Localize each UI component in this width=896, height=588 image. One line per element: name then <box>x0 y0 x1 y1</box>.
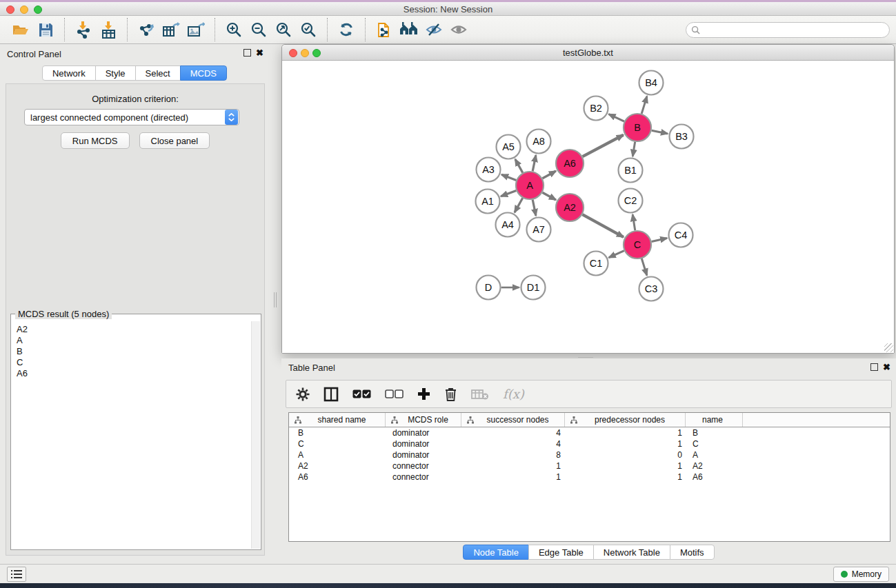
optimization-criterion-select[interactable]: largest connected component (directed) <box>24 109 239 125</box>
close-panel-icon[interactable]: ✖ <box>256 49 263 57</box>
run-mcds-button[interactable]: Run MCDS <box>61 132 130 149</box>
mcds-result-item[interactable]: B <box>17 346 251 357</box>
import-table-button[interactable] <box>96 18 121 41</box>
node-A2[interactable]: A2 <box>556 194 584 221</box>
close-table-panel-icon[interactable]: ✖ <box>883 363 890 371</box>
edge-A-A4[interactable] <box>515 198 523 212</box>
edge-A2-C[interactable] <box>582 214 623 237</box>
node-D1[interactable]: D1 <box>521 276 546 300</box>
float-table-panel-icon[interactable] <box>870 363 878 371</box>
edge-B-B4[interactable] <box>641 97 647 114</box>
column-header-predecessor-nodes[interactable]: predecessor nodes <box>565 413 686 427</box>
memory-button[interactable]: Memory <box>833 567 889 582</box>
tab-style[interactable]: Style <box>95 65 136 81</box>
edge-C-C1[interactable] <box>609 251 624 258</box>
close-panel-button[interactable]: Close panel <box>139 132 210 149</box>
edge-B-B2[interactable] <box>609 114 624 121</box>
mcds-result-item[interactable]: A2 <box>17 324 251 335</box>
vertical-splitter-handle[interactable] <box>272 292 278 307</box>
node-B4[interactable]: B4 <box>639 71 664 95</box>
table-row[interactable]: A6connector11A6 <box>289 472 890 483</box>
tab-motifs[interactable]: Motifs <box>670 545 715 560</box>
tab-edge-table[interactable]: Edge Table <box>528 545 594 560</box>
node-C3[interactable]: C3 <box>639 277 664 301</box>
search-field[interactable] <box>686 22 890 38</box>
select-all-columns-button[interactable] <box>352 384 371 405</box>
edge-B-B3[interactable] <box>652 130 668 134</box>
tab-network[interactable]: Network <box>42 65 96 81</box>
float-panel-icon[interactable] <box>243 49 251 57</box>
export-table-button[interactable] <box>159 18 183 41</box>
tab-mcds[interactable]: MCDS <box>180 65 227 81</box>
tab-select[interactable]: Select <box>135 65 181 81</box>
resize-grip[interactable] <box>884 343 893 352</box>
node-B[interactable]: B <box>624 114 651 141</box>
edge-A-A8[interactable] <box>532 155 536 171</box>
node-A8[interactable]: A8 <box>527 130 551 154</box>
node-table[interactable]: shared nameMCDS rolesuccessor nodesprede… <box>288 412 890 542</box>
edge-A-A1[interactable] <box>501 190 516 196</box>
export-network-button[interactable] <box>134 18 159 41</box>
node-B3[interactable]: B3 <box>670 125 694 149</box>
node-B1[interactable]: B1 <box>619 159 643 183</box>
edge-A-A5[interactable] <box>515 159 523 173</box>
refresh-button[interactable] <box>334 18 359 41</box>
zoom-out-button[interactable] <box>246 18 271 41</box>
import-network-button[interactable] <box>71 18 96 41</box>
edge-B-B1[interactable] <box>633 142 635 156</box>
edge-C-C2[interactable] <box>633 214 635 230</box>
edge-A6-B[interactable] <box>583 135 624 156</box>
zoom-in-button[interactable] <box>221 18 246 41</box>
edge-A-A6[interactable] <box>542 171 555 179</box>
table-row[interactable]: Bdominator41B <box>289 427 890 438</box>
mcds-result-item[interactable]: A <box>17 335 251 346</box>
node-C1[interactable]: C1 <box>584 252 608 276</box>
mcds-result-list[interactable]: A2ABCA6 <box>12 321 251 549</box>
node-A4[interactable]: A4 <box>496 213 520 237</box>
zoom-selected-button[interactable] <box>296 18 321 41</box>
table-row[interactable]: Adominator80A <box>289 449 890 460</box>
create-column-button[interactable] <box>417 384 430 405</box>
save-session-button[interactable] <box>33 18 58 41</box>
edge-A-A7[interactable] <box>532 200 536 216</box>
node-B2[interactable]: B2 <box>584 97 608 121</box>
tab-network-table[interactable]: Network Table <box>593 545 670 560</box>
zoom-fit-button[interactable] <box>271 18 296 41</box>
export-image-button[interactable] <box>183 18 208 41</box>
mcds-list-scrollbar[interactable] <box>251 321 260 549</box>
apply-preferred-layout-button[interactable] <box>397 18 421 41</box>
table-settings-button[interactable] <box>296 384 310 405</box>
hide-selected-button[interactable] <box>421 18 446 41</box>
node-A1[interactable]: A1 <box>476 190 500 214</box>
network-canvas[interactable]: AA1A2A3A4A5A6A7A8BB1B2B3B4CC1C2C3C4DD1 <box>282 61 894 353</box>
column-header-successor-nodes[interactable]: successor nodes <box>461 413 565 427</box>
new-network-from-selection-button[interactable] <box>372 18 397 41</box>
node-A7[interactable]: A7 <box>527 218 551 242</box>
node-A5[interactable]: A5 <box>497 135 521 159</box>
edge-A-A3[interactable] <box>501 174 516 180</box>
open-session-button[interactable] <box>8 18 33 41</box>
deselect-all-columns-button[interactable] <box>385 384 404 405</box>
column-header-name[interactable]: name <box>686 413 743 427</box>
node-C[interactable]: C <box>624 231 651 258</box>
edge-C-C4[interactable] <box>651 238 666 241</box>
tab-node-table[interactable]: Node Table <box>463 545 529 560</box>
node-A[interactable]: A <box>516 172 544 199</box>
node-D[interactable]: D <box>477 276 501 300</box>
task-history-button[interactable] <box>7 567 26 582</box>
column-header-shared-name[interactable]: shared name <box>289 413 386 427</box>
mcds-result-item[interactable]: C <box>17 357 251 368</box>
show-all-button[interactable] <box>446 18 471 41</box>
network-window-titlebar[interactable]: testGlobe.txt <box>282 45 894 61</box>
table-row[interactable]: A2connector11A2 <box>289 460 890 472</box>
mcds-result-item[interactable]: A6 <box>17 368 251 379</box>
table-row[interactable]: Cdominator41C <box>289 438 890 449</box>
edge-A-A2[interactable] <box>542 192 555 200</box>
delete-column-button[interactable] <box>444 384 457 405</box>
node-C2[interactable]: C2 <box>619 189 643 213</box>
node-C4[interactable]: C4 <box>669 223 693 247</box>
column-header-MCDS-role[interactable]: MCDS role <box>386 413 461 427</box>
edge-C-C3[interactable] <box>641 258 647 275</box>
column-view-mode-button[interactable] <box>323 384 339 405</box>
node-A3[interactable]: A3 <box>477 158 501 182</box>
